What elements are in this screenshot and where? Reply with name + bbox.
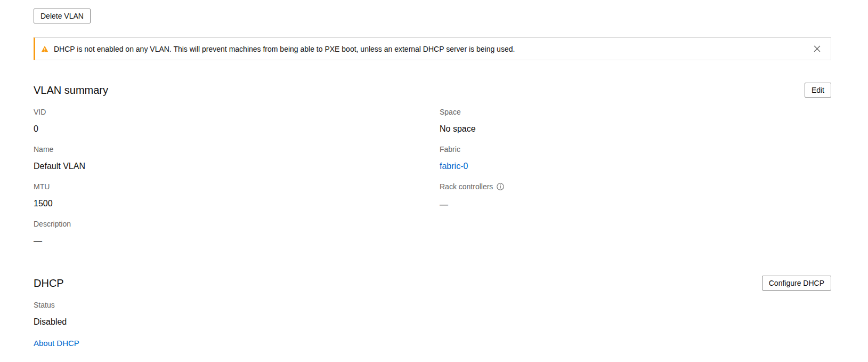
field-label: Rack controllers — [440, 182, 493, 191]
field-label: MTU — [34, 182, 440, 191]
delete-vlan-button[interactable]: Delete VLAN — [34, 9, 91, 23]
field-space: Space No space — [440, 107, 831, 135]
field-mtu: MTU 1500 — [34, 182, 440, 210]
field-label: Status — [34, 300, 831, 310]
vlan-summary-header: VLAN summary Edit — [34, 83, 831, 98]
field-dhcp-status: Status Disabled — [34, 300, 831, 328]
field-label: Name — [34, 144, 440, 154]
field-value: — — [440, 199, 831, 211]
caution-notification: DHCP is not enabled on any VLAN. This wi… — [34, 37, 831, 60]
dhcp-fields: Status Disabled About DHCP — [34, 300, 831, 349]
field-rack-controllers: Rack controllers — — [440, 182, 831, 211]
field-vid: VID 0 — [34, 107, 440, 135]
field-value: 1500 — [34, 198, 440, 210]
info-circle-icon[interactable] — [497, 183, 504, 192]
field-label: VID — [34, 107, 440, 117]
toolbar: Delete VLAN — [34, 9, 831, 23]
field-description: Description — — [34, 219, 440, 247]
fabric-link[interactable]: fabric-0 — [440, 162, 468, 171]
close-icon[interactable] — [810, 43, 823, 55]
field-value: — — [34, 235, 440, 247]
about-dhcp-link[interactable]: About DHCP — [34, 339, 79, 348]
dhcp-title: DHCP — [34, 276, 64, 291]
vlan-detail-page: Delete VLAN DHCP is not enabled on any V… — [0, 0, 868, 362]
dhcp-header: DHCP Configure DHCP — [34, 276, 831, 291]
field-value: Disabled — [34, 316, 831, 328]
vlan-summary-right-column: Space No space Fabric fabric-0 Rack cont… — [440, 107, 831, 256]
field-label: Fabric — [440, 144, 831, 154]
field-value: 0 — [34, 123, 440, 135]
field-value: No space — [440, 123, 831, 135]
field-label: Space — [440, 107, 831, 117]
dhcp-section: DHCP Configure DHCP Status Disabled Abou… — [34, 276, 831, 349]
field-value: Default VLAN — [34, 160, 440, 172]
vlan-summary-left-column: VID 0 Name Default VLAN MTU 1500 Descrip… — [34, 107, 440, 256]
vlan-summary-section: VLAN summary Edit VID 0 Name Default VLA… — [34, 83, 831, 256]
configure-dhcp-button[interactable]: Configure DHCP — [762, 276, 831, 291]
vlan-summary-title: VLAN summary — [34, 83, 108, 98]
field-fabric: Fabric fabric-0 — [440, 144, 831, 172]
warning-triangle-icon — [41, 45, 48, 53]
notification-message: DHCP is not enabled on any VLAN. This wi… — [54, 44, 810, 54]
field-name: Name Default VLAN — [34, 144, 440, 172]
field-label: Description — [34, 219, 440, 229]
edit-button[interactable]: Edit — [805, 83, 831, 98]
vlan-summary-fields: VID 0 Name Default VLAN MTU 1500 Descrip… — [34, 107, 831, 256]
